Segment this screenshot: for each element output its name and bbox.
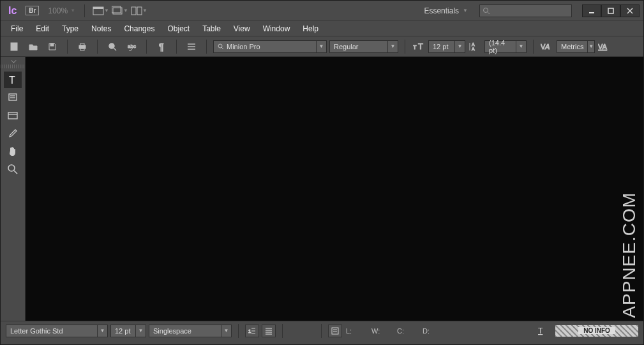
chevron-down-icon: ▼: [463, 8, 468, 13]
font-size-icon: TT: [412, 40, 426, 53]
svg-point-6: [484, 8, 488, 12]
status-font-combo[interactable]: Letter Gothic Std ▼: [6, 325, 108, 337]
svg-rect-50: [332, 328, 338, 334]
menu-changes[interactable]: Changes: [117, 24, 161, 33]
align-icon[interactable]: [183, 39, 200, 54]
search-input[interactable]: [479, 4, 572, 17]
svg-rect-5: [137, 7, 142, 15]
note-tool[interactable]: [4, 89, 22, 106]
workspace-label: Essentials: [424, 6, 459, 15]
menu-notes[interactable]: Notes: [85, 24, 117, 33]
print-icon[interactable]: [74, 39, 91, 54]
tracking-icon: VA: [597, 40, 611, 53]
workspace-switcher[interactable]: Essentials ▼: [417, 6, 474, 15]
panel-expand-icon[interactable]: [1, 58, 25, 65]
chevron-down-icon: ▼: [104, 8, 109, 13]
svg-line-7: [488, 12, 490, 14]
svg-line-18: [114, 48, 116, 50]
line-count-icon[interactable]: 1: [245, 325, 259, 337]
zoom-level[interactable]: 100% ▼: [44, 6, 79, 15]
svg-text:T: T: [538, 326, 543, 335]
font-size-combo[interactable]: 12 pt ▼: [428, 40, 465, 53]
eyedropper-tool[interactable]: [4, 125, 22, 142]
svg-point-40: [8, 165, 15, 171]
menu-help[interactable]: Help: [296, 24, 325, 33]
svg-text:¶: ¶: [159, 42, 164, 52]
separator: [97, 40, 98, 54]
hand-tool[interactable]: [4, 143, 22, 160]
svg-rect-1: [93, 7, 103, 9]
status-size-combo[interactable]: 12 pt ▼: [110, 325, 146, 337]
font-style-value: Regular: [334, 43, 359, 50]
chevron-down-icon: ▼: [316, 41, 326, 52]
bridge-badge[interactable]: Br: [26, 6, 39, 15]
tool-panel: T: [1, 57, 26, 321]
new-doc-icon[interactable]: [6, 39, 22, 54]
font-family-value: Minion Pro: [227, 43, 260, 50]
separator: [176, 40, 177, 54]
maximize-button[interactable]: [601, 4, 620, 17]
menu-bar: File Edit Type Notes Changes Object Tabl…: [1, 21, 643, 36]
menu-object[interactable]: Object: [161, 24, 196, 33]
options-bar: abc ¶ Minion Pro ▼ Regular ▼ TT 12 pt ▼ …: [1, 36, 643, 57]
save-icon[interactable]: [44, 39, 61, 54]
svg-text:A: A: [472, 42, 475, 47]
status-l: L:: [345, 327, 368, 335]
type-tool[interactable]: T: [4, 72, 22, 88]
position-tool[interactable]: [4, 107, 22, 124]
zoom-tool[interactable]: [4, 161, 22, 178]
minimize-button[interactable]: [582, 4, 601, 17]
font-size-value: 12 pt: [433, 43, 448, 50]
chevron-down-icon: ▼: [587, 41, 594, 52]
svg-text:T: T: [9, 75, 15, 86]
menu-type[interactable]: Type: [56, 24, 85, 33]
chevron-down-icon: ▼: [97, 325, 107, 337]
separator: [238, 324, 239, 338]
leading-value: (14.4 pt): [489, 39, 512, 54]
svg-rect-13: [50, 43, 54, 46]
copyfit-icon[interactable]: T: [535, 325, 549, 337]
watermark: APPNEE.COM: [619, 192, 640, 318]
chevron-down-icon: ▼: [454, 41, 465, 52]
chevron-down-icon: ▼: [135, 325, 146, 337]
separator: [67, 40, 68, 54]
spellcheck-icon[interactable]: abc: [123, 39, 140, 54]
separator: [206, 40, 207, 54]
menu-file[interactable]: File: [4, 24, 29, 33]
story-view-icon[interactable]: [328, 325, 342, 337]
svg-rect-16: [80, 49, 84, 50]
menu-edit[interactable]: Edit: [29, 24, 56, 33]
svg-text:A: A: [472, 47, 475, 51]
document-canvas[interactable]: APPNEE.COM: [26, 57, 643, 321]
svg-text:T: T: [413, 44, 417, 50]
svg-rect-14: [79, 45, 86, 49]
svg-rect-38: [8, 112, 17, 119]
status-spacing-combo[interactable]: Singlespace ▼: [149, 325, 232, 337]
separator: [146, 40, 147, 54]
font-style-combo[interactable]: Regular ▼: [329, 40, 398, 53]
panel-grip[interactable]: [1, 65, 25, 68]
font-family-combo[interactable]: Minion Pro ▼: [213, 40, 327, 53]
galley-view-icon[interactable]: [262, 325, 276, 337]
svg-rect-15: [80, 43, 84, 45]
kerning-value: Metrics: [561, 43, 583, 50]
app-logo: Ic: [4, 5, 20, 17]
pilcrow-icon[interactable]: ¶: [153, 39, 170, 54]
menu-window[interactable]: Window: [257, 24, 297, 33]
leading-combo[interactable]: (14.4 pt) ▼: [484, 40, 527, 53]
kerning-icon: VA: [540, 40, 554, 53]
open-icon[interactable]: [25, 39, 41, 54]
close-button[interactable]: [620, 4, 640, 17]
kerning-combo[interactable]: Metrics ▼: [557, 40, 595, 53]
svg-text:A: A: [544, 43, 550, 50]
title-bar: Ic Br 100% ▼ ▼ ▼ ▼ Essentials ▼: [1, 1, 643, 21]
separator: [321, 324, 322, 338]
menu-view[interactable]: View: [227, 24, 257, 33]
find-icon[interactable]: [104, 39, 121, 54]
svg-text:VA: VA: [598, 43, 608, 50]
menu-table[interactable]: Table: [196, 24, 227, 33]
status-font-value: Letter Gothic Std: [10, 327, 63, 335]
status-size-value: 12 pt: [115, 327, 130, 335]
svg-rect-4: [131, 7, 136, 15]
separator: [84, 4, 85, 17]
